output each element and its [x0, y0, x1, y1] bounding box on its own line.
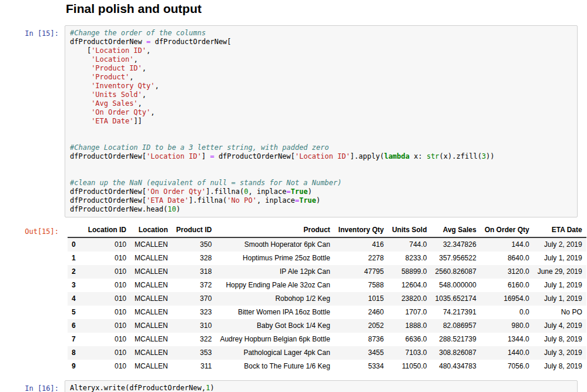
- code-token: [70, 108, 91, 116]
- table-cell: 010: [84, 265, 130, 279]
- code-token: 'On Order Qty': [91, 108, 150, 116]
- table-cell: MCALLEN: [130, 346, 172, 360]
- code-token: ,: [142, 91, 146, 99]
- code-block: Alteryx.write(dfProductOrderNew,1): [70, 384, 572, 392]
- table-cell: MCALLEN: [130, 306, 172, 319]
- code-token: dfProductOrderNew.head(: [70, 205, 167, 213]
- code-line: 'Location',: [70, 55, 572, 64]
- table-cell: 353: [172, 346, 216, 360]
- code-line: dfProductOrderNew['On Order Qty'].fillna…: [70, 187, 572, 196]
- table-cell: 372: [172, 279, 216, 292]
- table-cell: IP Ale 12pk Can: [216, 265, 334, 279]
- index-corner: [68, 223, 84, 237]
- code-line: #Change Location ID to be a 3 letter str…: [70, 143, 572, 152]
- code-token: [70, 117, 91, 125]
- code-token: 'ETA Date': [146, 196, 189, 205]
- row-index: 4: [68, 292, 84, 306]
- table-cell: July 8, 2019: [534, 360, 586, 373]
- table-cell: 010: [84, 360, 130, 373]
- row-index: 2: [68, 265, 84, 279]
- table-cell: 1015: [334, 292, 388, 306]
- table-cell: 010: [84, 252, 130, 265]
- code-token: 'On Order Qty': [146, 187, 206, 196]
- code-editor[interactable]: Alteryx.write(dfProductOrderNew,1): [65, 380, 578, 392]
- table-cell: 16954.0: [481, 292, 534, 306]
- column-header: Location: [130, 223, 172, 237]
- code-line: ['Location ID',: [70, 46, 572, 55]
- table-cell: 8233.0: [388, 252, 431, 265]
- code-token: #clean up the NaN (equivalent of null = …: [70, 179, 341, 187]
- code-token: 'Inventory Qty': [91, 82, 155, 90]
- code-token: =: [210, 152, 214, 160]
- table-row: 3010MCALLEN372Hoppy Ending Pale Ale 32oz…: [68, 279, 586, 292]
- code-token: ): [308, 187, 312, 196]
- table-cell: 010: [84, 237, 130, 252]
- code-token: ,: [155, 82, 159, 90]
- table-cell: 318: [172, 265, 216, 279]
- code-token: True: [299, 196, 316, 205]
- table-cell: 6160.0: [481, 279, 534, 292]
- table-cell: 6636.0: [388, 333, 431, 346]
- code-token: #Change the order of the columns: [70, 29, 206, 37]
- code-token: ]: [202, 152, 210, 160]
- code-token: dfProductOrderNew[: [70, 152, 146, 160]
- row-index: 1: [68, 252, 84, 265]
- code-line: [70, 135, 572, 143]
- code-line: [70, 161, 572, 170]
- header-row: Location IDLocationProduct IDProductInve…: [68, 223, 586, 237]
- table-cell: No PO: [534, 306, 586, 319]
- dataframe-table: Location IDLocationProduct IDProductInve…: [68, 223, 586, 373]
- table-cell: 7588: [334, 279, 388, 292]
- table-cell: July 8, 2019: [534, 333, 586, 346]
- code-token: ,: [142, 64, 146, 72]
- table-cell: MCALLEN: [130, 333, 172, 346]
- column-header: ETA Date: [534, 223, 586, 237]
- table-cell: 58899.0: [388, 265, 431, 279]
- markdown-heading: Final polish and output: [66, 1, 578, 16]
- table-cell: 82.086957: [431, 319, 481, 333]
- row-index: 7: [68, 333, 84, 346]
- table-cell: Smooth Hoperator 6pk Can: [216, 237, 334, 252]
- row-index: 0: [68, 237, 84, 252]
- table-cell: 323: [172, 306, 216, 319]
- table-cell: July 3, 2019: [534, 346, 586, 360]
- code-token: , inplace: [257, 196, 295, 205]
- code-token: ): [176, 205, 180, 213]
- code-line: [70, 170, 572, 179]
- code-token: [70, 73, 91, 81]
- table-cell: 010: [84, 306, 130, 319]
- code-editor[interactable]: #Change the order of the columnsdfProduc…: [65, 25, 578, 217]
- table-cell: 12604.0: [388, 279, 431, 292]
- table-cell: 1707.0: [388, 306, 431, 319]
- table-cell: 370: [172, 292, 216, 306]
- row-index: 5: [68, 306, 84, 319]
- code-token: 'Product ID': [91, 64, 142, 72]
- column-header: Product ID: [172, 223, 216, 237]
- code-token: [70, 64, 91, 72]
- table-cell: 010: [84, 292, 130, 306]
- table-cell: 47795: [334, 265, 388, 279]
- code-token: ].fillna(: [206, 187, 244, 196]
- table-cell: 23820.0: [388, 292, 431, 306]
- code-line: #clean up the NaN (equivalent of null = …: [70, 179, 572, 187]
- code-token: dfProductOrderNew[: [214, 152, 295, 160]
- code-token: dfProductOrderNew: [70, 38, 146, 46]
- table-cell: 010: [84, 319, 130, 333]
- code-token: =: [287, 187, 291, 196]
- table-cell: 1035.652174: [431, 292, 481, 306]
- table-cell: 980.0: [481, 319, 534, 333]
- table-row: 6010MCALLEN310Baby Got Bock 1/4 Keg20521…: [68, 319, 586, 333]
- code-token: [70, 82, 91, 90]
- row-index: 8: [68, 346, 84, 360]
- table-cell: 010: [84, 333, 130, 346]
- table-cell: Robohop 1/2 Keg: [216, 292, 334, 306]
- code-token: 'Location ID': [295, 152, 350, 160]
- row-index: 9: [68, 360, 84, 373]
- table-cell: 416: [334, 237, 388, 252]
- row-index: 3: [68, 279, 84, 292]
- code-token: 'Location ID': [146, 152, 202, 160]
- table-cell: 548.000000: [431, 279, 481, 292]
- table-cell: 2460: [334, 306, 388, 319]
- code-line: dfProductOrderNew.head(10): [70, 205, 572, 214]
- table-cell: Bock to The Future 1/6 Keg: [216, 360, 334, 373]
